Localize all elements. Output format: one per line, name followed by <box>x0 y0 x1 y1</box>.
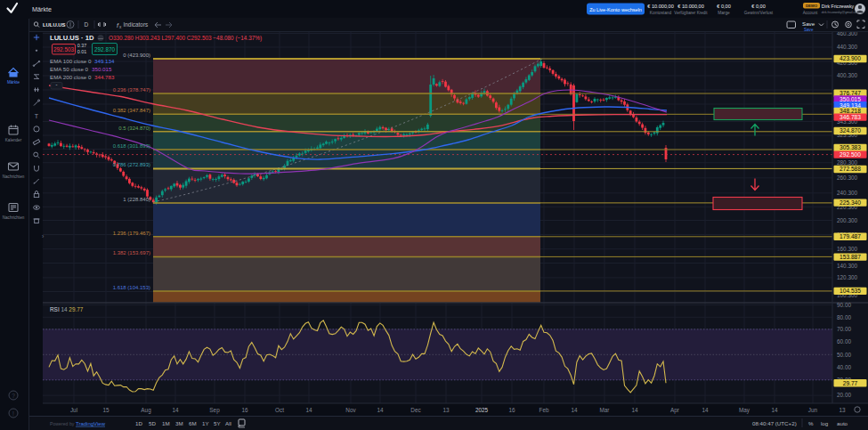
svg-text:29.77: 29.77 <box>843 380 858 386</box>
svg-text:104.535: 104.535 <box>840 288 861 294</box>
svg-text:344.783: 344.783 <box>94 74 115 80</box>
svg-text:Oct: Oct <box>275 407 284 413</box>
svg-text:16: 16 <box>508 407 515 413</box>
svg-text:All: All <box>225 420 231 426</box>
svg-text:%: % <box>808 420 814 426</box>
svg-text:Nachrichten: Nachrichten <box>3 174 25 179</box>
svg-text:log: log <box>821 420 829 426</box>
svg-text:Jul: Jul <box>70 407 77 413</box>
svg-text:1.618 (104.153): 1.618 (104.153) <box>113 285 150 290</box>
svg-text:EMA 200 close 0: EMA 200 close 0 <box>50 74 92 80</box>
svg-text:272.588: 272.588 <box>840 166 861 172</box>
svg-text:305.383: 305.383 <box>840 144 861 150</box>
svg-text:160.300: 160.300 <box>837 246 858 252</box>
svg-text:!: ! <box>12 410 14 417</box>
svg-text:16: 16 <box>241 407 248 413</box>
svg-text:Kalender: Kalender <box>5 138 22 142</box>
svg-text:1M: 1M <box>162 420 170 426</box>
svg-text:60.00: 60.00 <box>837 338 851 345</box>
svg-text:14: 14 <box>305 407 312 413</box>
svg-text:ˆ: ˆ <box>56 84 58 89</box>
svg-text:14: 14 <box>771 407 778 413</box>
svg-text:5D: 5D <box>149 420 156 426</box>
svg-text:120.300: 120.300 <box>837 274 858 280</box>
svg-text:€ 0,00: € 0,00 <box>751 4 766 9</box>
svg-text:May: May <box>739 407 750 414</box>
svg-text:0 (423.900): 0 (423.900) <box>123 53 150 58</box>
svg-text:EMA 50 close 0: EMA 50 close 0 <box>50 66 89 72</box>
svg-text:3M: 3M <box>175 420 183 426</box>
svg-text:Dec: Dec <box>410 407 421 413</box>
svg-text:40.00: 40.00 <box>837 364 851 370</box>
svg-text:140.300: 140.300 <box>837 263 858 269</box>
svg-text:0.37: 0.37 <box>77 43 87 48</box>
svg-text:349.134: 349.134 <box>94 58 115 64</box>
svg-text:›: › <box>42 233 45 239</box>
svg-text:RSI 14 29.77: RSI 14 29.77 <box>50 306 84 312</box>
svg-text:0.618 (301.893): 0.618 (301.893) <box>113 143 150 149</box>
svg-text:292.500: 292.500 <box>840 151 861 158</box>
svg-text:50.00: 50.00 <box>837 352 851 358</box>
svg-text:EMA 100 close 0: EMA 100 close 0 <box>50 58 92 64</box>
svg-text:292.503: 292.503 <box>53 46 75 53</box>
svg-text:1 (228.840): 1 (228.840) <box>123 197 150 202</box>
svg-text:dirk.friczewsky@gmail.com: dirk.friczewsky@gmail.com <box>822 11 859 14</box>
svg-text:70.00: 70.00 <box>837 326 851 332</box>
svg-text:—: — <box>98 36 103 41</box>
svg-text:0.786 (272.893): 0.786 (272.893) <box>113 162 150 167</box>
svg-text:Mar: Mar <box>599 407 610 413</box>
svg-text:240.300: 240.300 <box>837 190 858 196</box>
svg-text:Aug: Aug <box>141 407 151 414</box>
svg-text:Nachrichten: Nachrichten <box>3 215 25 220</box>
svg-text:400.300: 400.300 <box>837 72 858 78</box>
svg-text:Save: Save <box>802 20 815 27</box>
svg-text:Apr: Apr <box>670 407 680 414</box>
svg-text:Gewinn/Verlust: Gewinn/Verlust <box>744 11 774 15</box>
svg-text:Nov: Nov <box>345 407 356 413</box>
svg-text:€ 10.000,00: € 10.000,00 <box>647 4 674 9</box>
svg-text:auto: auto <box>837 420 848 426</box>
svg-text:Märkte: Märkte <box>32 5 52 13</box>
svg-text:1Y: 1Y <box>202 420 209 426</box>
svg-text:1.236 (179.467): 1.236 (179.467) <box>113 231 150 236</box>
svg-text:200.300: 200.300 <box>837 217 858 223</box>
svg-text:Jun: Jun <box>808 407 818 413</box>
svg-text:D: D <box>85 21 89 28</box>
svg-text:Kontostand: Kontostand <box>650 11 672 15</box>
svg-text:440.300: 440.300 <box>837 44 858 50</box>
svg-text:13: 13 <box>839 407 846 413</box>
svg-text:20.00: 20.00 <box>837 392 851 398</box>
svg-text:153.887: 153.887 <box>840 254 861 260</box>
svg-text:Account: Account <box>803 11 818 15</box>
svg-text:324.870: 324.870 <box>840 127 861 134</box>
svg-text:Marge: Marge <box>718 11 730 15</box>
svg-text:14: 14 <box>571 407 578 413</box>
svg-text:13: 13 <box>442 407 450 413</box>
svg-text:292.870: 292.870 <box>94 46 116 53</box>
svg-text:€ 10.000,00: € 10.000,00 <box>677 4 704 9</box>
svg-text:260.300: 260.300 <box>837 174 858 181</box>
svg-text:0.236 (378.747): 0.236 (378.747) <box>113 87 150 93</box>
svg-text:14: 14 <box>631 407 638 413</box>
svg-text:90.00: 90.00 <box>837 302 851 308</box>
svg-text:O330.280 H303.243 L297.400 C29: O330.280 H303.243 L297.400 C292.503 −48.… <box>109 35 262 42</box>
svg-text:14: 14 <box>377 407 384 413</box>
svg-text:14: 14 <box>172 407 179 413</box>
svg-text:Verfügbarer Kredit: Verfügbarer Kredit <box>674 11 708 15</box>
svg-text:Dirk Friczewsky: Dirk Friczewsky <box>822 4 855 9</box>
svg-text:LULU.US: LULU.US <box>43 22 66 28</box>
svg-text:1D: 1D <box>135 420 142 426</box>
svg-text:Powered by: Powered by <box>50 421 75 426</box>
svg-text:DEMO: DEMO <box>806 4 818 8</box>
svg-text:?: ? <box>12 393 15 399</box>
svg-text:350.015: 350.015 <box>92 66 112 72</box>
svg-text:5Y: 5Y <box>214 420 221 426</box>
svg-text:Sep: Sep <box>209 407 220 414</box>
svg-text:2025: 2025 <box>475 407 489 413</box>
svg-text:LULU.US · 1D: LULU.US · 1D <box>50 34 94 42</box>
svg-text:80.00: 80.00 <box>837 314 851 320</box>
svg-text:08:40:47 (UTC+2): 08:40:47 (UTC+2) <box>752 420 797 426</box>
svg-text:Indicators: Indicators <box>124 21 149 28</box>
svg-text:6M: 6M <box>189 420 197 426</box>
svg-text:14: 14 <box>702 407 709 413</box>
